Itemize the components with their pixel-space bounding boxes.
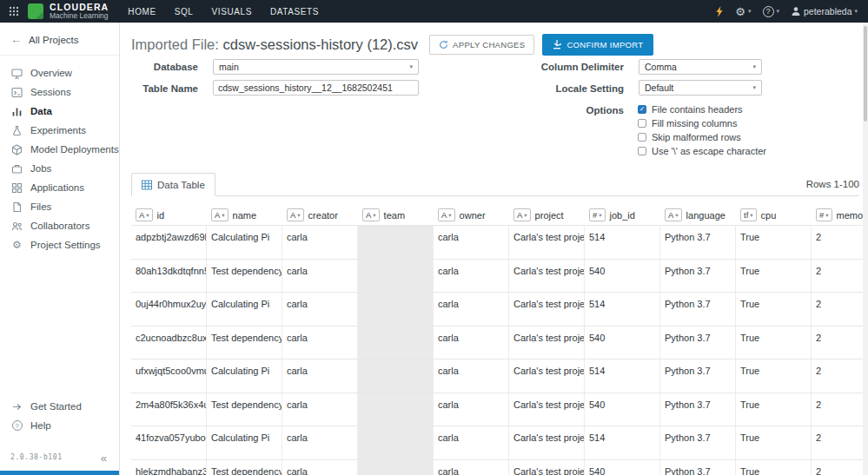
column-type-picker[interactable]: A▾ <box>287 208 304 221</box>
monitor-icon <box>11 68 23 79</box>
caret-down-icon: ▾ <box>752 63 756 70</box>
table-cell: True <box>736 260 812 293</box>
confirm-import-button[interactable]: CONFIRM IMPORT <box>542 34 653 56</box>
sidebar-item-data[interactable]: Data <box>0 102 119 121</box>
table-cell: carla <box>434 360 509 393</box>
grid-icon <box>11 182 23 194</box>
locale-setting-label: Locale Setting <box>555 83 624 94</box>
lightning-icon[interactable] <box>715 6 724 17</box>
gear-icon: ⚙ <box>735 6 745 17</box>
apply-changes-button[interactable]: APPLY CHANGES <box>429 35 534 55</box>
column-type-picker[interactable]: A▾ <box>136 208 153 221</box>
caret-down-icon: ▾ <box>675 212 678 219</box>
option-file-contains-headers[interactable]: ✓ File contains headers <box>638 104 743 115</box>
table-cell: carla <box>434 327 509 360</box>
column-type-icon: # <box>593 211 597 220</box>
table-cell: Carla's test project2 <box>509 460 585 475</box>
sidebar-item-label: Files <box>30 201 51 212</box>
table-cell: Python 3.7 <box>660 293 736 326</box>
table-cell: Carla's test project2 <box>509 327 585 360</box>
tab-data-table[interactable]: Data Table <box>131 173 215 196</box>
vertical-scrollbar[interactable] <box>863 23 868 475</box>
all-projects-link[interactable]: ← All Projects <box>0 23 119 56</box>
sidebar-item-sessions[interactable]: Sessions <box>0 82 119 102</box>
sidebar-item-applications[interactable]: Applications <box>0 178 119 197</box>
sidebar-item-label: Jobs <box>30 163 51 174</box>
table-cell: Test dependency 1 <box>207 327 282 360</box>
table-cell: carla <box>282 360 358 393</box>
nav-home[interactable]: HOME <box>128 7 156 16</box>
nav-datasets[interactable]: DATASETS <box>270 7 319 16</box>
column-delimiter-select[interactable]: Comma ▾ <box>639 59 762 75</box>
table-cell: True <box>736 226 812 259</box>
table-row: c2ucnoadbzc8uxaaTest dependency 1carlaca… <box>131 326 868 360</box>
locale-setting-select[interactable]: Default ▾ <box>639 80 762 96</box>
help-icon: ? <box>763 6 774 17</box>
sidebar-item-files[interactable]: Files <box>0 197 119 216</box>
table-cell: Python 3.7 <box>660 260 736 293</box>
column-type-picker[interactable]: #▾ <box>816 208 832 221</box>
sidebar-item-help[interactable]: ? Help <box>0 416 119 435</box>
column-type-picker[interactable]: A▾ <box>211 208 229 221</box>
help-menu[interactable]: ? ▾ <box>763 6 780 17</box>
all-projects-label: All Projects <box>29 35 79 45</box>
table-cell: 540 <box>585 393 660 426</box>
settings-menu[interactable]: ⚙ ▾ <box>735 6 751 17</box>
cloudera-ml-logo[interactable] <box>28 3 43 19</box>
column-type-picker[interactable]: A▾ <box>362 208 380 221</box>
table-cell <box>358 260 434 293</box>
checkbox-icon[interactable]: ✓ <box>638 105 646 114</box>
column-type-picker[interactable]: A▾ <box>665 208 682 221</box>
column-type-picker[interactable]: #▾ <box>589 208 606 221</box>
table-cell: 2 <box>812 426 868 459</box>
sidebar-item-model-deployments[interactable]: Model Deployments <box>0 140 119 159</box>
option-escape-character[interactable]: ✓ Use '\' as escape character <box>638 146 766 156</box>
column-type-icon: A <box>517 211 522 220</box>
column-type-picker[interactable]: tf▾ <box>740 208 757 221</box>
scrollbar-thumb[interactable] <box>864 26 867 122</box>
sidebar-item-overview[interactable]: Overview <box>0 63 119 82</box>
rows-range-label: Rows 1-100 <box>806 179 859 195</box>
column-type-picker[interactable]: A▾ <box>438 208 455 221</box>
table-cell: 540 <box>585 460 660 475</box>
column-name: project <box>535 210 564 221</box>
caret-down-icon: ▾ <box>825 212 828 219</box>
table-row: hlekzmdhabanz3rsTest dependency 1carlaca… <box>131 459 868 475</box>
table-cell: carla <box>282 327 358 360</box>
nav-visuals[interactable]: VISUALS <box>212 7 252 16</box>
sidebar-item-get-started[interactable]: Get Started <box>0 397 119 416</box>
caret-down-icon: ▾ <box>409 63 413 70</box>
table-cell: True <box>736 293 812 326</box>
column-type-icon: A <box>668 211 673 220</box>
column-name: language <box>686 210 726 221</box>
table-cell <box>358 327 434 360</box>
checkbox-icon[interactable]: ✓ <box>638 133 646 142</box>
table-cell: 2 <box>812 293 868 326</box>
checkbox-icon[interactable]: ✓ <box>638 147 646 155</box>
column-type-picker[interactable]: A▾ <box>514 208 531 221</box>
database-select[interactable]: main ▾ <box>213 59 419 75</box>
sidebar-item-experiments[interactable]: Experiments <box>0 121 119 140</box>
table-cell: carla <box>434 426 509 459</box>
table-cell: carla <box>282 460 358 475</box>
option-fill-missing-columns[interactable]: ✓ Fill missing columns <box>638 118 737 129</box>
table-cell: True <box>736 460 812 475</box>
column-header: #▾job_id <box>585 208 660 221</box>
collapse-sidebar-icon[interactable]: « <box>101 452 107 465</box>
sidebar-item-jobs[interactable]: Jobs <box>0 159 119 178</box>
table-name-input[interactable] <box>213 80 419 96</box>
nav-sql[interactable]: SQL <box>175 7 194 16</box>
page-title: Imported File: cdsw-sessions-history (12… <box>131 36 418 53</box>
app-switcher-icon[interactable] <box>9 6 19 16</box>
sidebar-item-label: Experiments <box>30 125 86 135</box>
checkbox-icon[interactable]: ✓ <box>638 119 646 128</box>
column-header: A▾creator <box>282 208 358 221</box>
database-label: Database <box>154 62 198 72</box>
user-menu[interactable]: peterableda ▾ <box>791 6 858 16</box>
option-skip-malformed-rows[interactable]: ✓ Skip malformed rows <box>638 132 741 142</box>
column-header: A▾project <box>509 208 585 221</box>
column-header: A▾owner <box>434 208 509 221</box>
sidebar-item-project-settings[interactable]: ⚙ Project Settings <box>0 235 119 254</box>
sidebar-item-collaborators[interactable]: Collaborators <box>0 216 119 235</box>
caret-down-icon: ▾ <box>854 8 858 15</box>
